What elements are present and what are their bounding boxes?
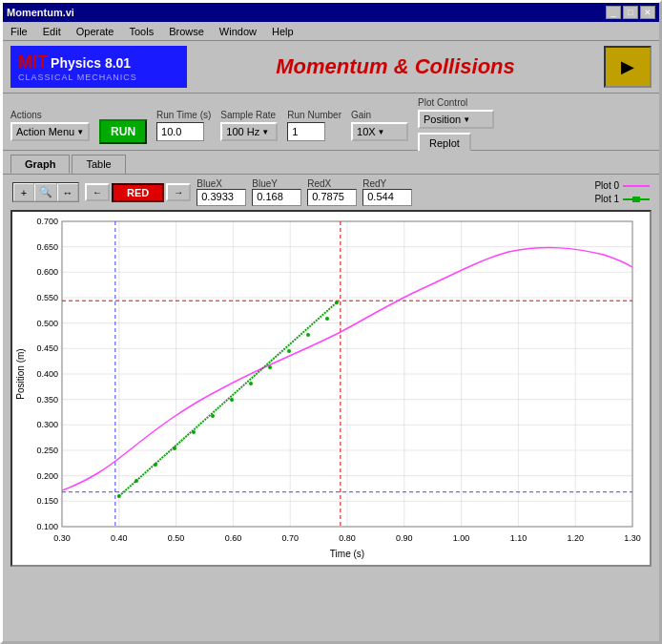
tab-bar: Graph Table [3, 151, 659, 175]
svg-text:0.450: 0.450 [36, 343, 58, 353]
cursor-red-label: RED [112, 183, 164, 202]
menu-tools[interactable]: Tools [125, 25, 157, 38]
menu-browse[interactable]: Browse [165, 25, 208, 38]
chevron-down-icon: ▼ [463, 115, 470, 124]
red-y-label: RedY [362, 178, 386, 189]
coord-group: BlueX 0.3933 BlueY 0.168 RedX 0.7875 Red… [197, 178, 412, 206]
crosshair-tool[interactable]: + [13, 183, 34, 201]
controls-bar: Actions Action Menu ▼ RUN Run Time (s) S… [3, 93, 659, 151]
sample-rate-dropdown[interactable]: 100 Hz ▼ [220, 122, 278, 141]
main-chart[interactable]: 0.30 0.40 0.50 0.60 0.70 0.80 0.90 1.00 … [12, 212, 642, 565]
svg-point-39 [192, 430, 196, 434]
gain-group: Gain 10X ▼ [351, 110, 408, 141]
svg-point-42 [249, 382, 253, 385]
svg-text:0.500: 0.500 [36, 319, 58, 328]
svg-point-36 [134, 479, 138, 483]
app-title: Momentum & Collisions [187, 54, 604, 79]
svg-point-35 [117, 494, 121, 498]
svg-point-41 [230, 398, 234, 402]
menu-file[interactable]: File [7, 25, 31, 38]
run-button[interactable]: RUN [99, 119, 147, 144]
chevron-down-icon: ▼ [261, 128, 269, 136]
svg-text:1.20: 1.20 [567, 533, 584, 543]
svg-text:0.30: 0.30 [53, 533, 71, 543]
svg-point-46 [325, 317, 329, 321]
minimize-button[interactable]: _ [606, 6, 621, 19]
svg-point-47 [335, 301, 339, 304]
blue-y-value: 0.168 [252, 189, 301, 206]
sample-rate-label: Sample Rate [220, 110, 276, 120]
svg-text:0.700: 0.700 [36, 217, 58, 226]
svg-text:0.100: 0.100 [36, 522, 58, 531]
maximize-button[interactable]: □ [623, 6, 638, 19]
legend-plot1-icon [623, 194, 650, 205]
logo-physics: Physics 8.01 [51, 55, 131, 71]
menu-window[interactable]: Window [216, 25, 260, 38]
blue-y-label: BlueY [252, 178, 278, 189]
plot-legend: Plot 0 Plot 1 [594, 180, 650, 205]
zoom-tool[interactable]: 🔍 [34, 183, 57, 201]
chevron-down-icon: ▼ [76, 128, 84, 136]
svg-text:0.50: 0.50 [168, 533, 185, 543]
legend-plot0: Plot 0 [594, 180, 650, 192]
run-number-group: Run Number [287, 110, 341, 141]
play-icon: ▶ [621, 56, 634, 77]
chevron-down-icon: ▼ [378, 128, 385, 136]
legend-plot0-label: Plot 0 [594, 180, 619, 191]
svg-point-44 [287, 349, 291, 353]
tab-graph[interactable]: Graph [10, 155, 70, 174]
blue-x-value: 0.3933 [197, 189, 246, 206]
graph-container: + 🔍 ↔ ← RED → BlueX 0.3933 BlueY 0.168 [3, 175, 659, 641]
close-button[interactable]: ✕ [640, 6, 655, 19]
red-y-value: 0.544 [362, 189, 412, 206]
blue-y-coord: BlueY 0.168 [252, 178, 301, 206]
svg-point-37 [154, 463, 157, 467]
logo-mit: MIT [18, 52, 48, 72]
sample-rate-value: 100 Hz [226, 126, 259, 137]
plot-control-label: Plot Control [418, 97, 467, 108]
plot-control-dropdown[interactable]: Position ▼ [418, 110, 494, 129]
run-time-group: Run Time (s) [156, 110, 211, 141]
menu-bar: File Edit Operate Tools Browse Window He… [3, 22, 659, 41]
gain-label: Gain [351, 110, 371, 120]
title-bar: Momentum.vi _ □ ✕ [3, 3, 659, 22]
svg-text:1.30: 1.30 [624, 533, 641, 543]
action-menu-value: Action Menu [16, 126, 74, 137]
y-axis-label: Position (m) [15, 348, 26, 399]
tab-table[interactable]: Table [72, 155, 125, 174]
pan-tool[interactable]: ↔ [57, 183, 78, 201]
action-menu-dropdown[interactable]: Action Menu ▼ [10, 122, 90, 141]
logo-box: MIT Physics 8.01 CLASSICAL MECHANICS [10, 46, 187, 88]
cursor-nav: ← RED → [85, 183, 191, 202]
blue-x-coord: BlueX 0.3933 [197, 178, 246, 206]
window-title: Momentum.vi [7, 7, 74, 18]
svg-text:0.300: 0.300 [36, 420, 58, 429]
menu-help[interactable]: Help [268, 25, 298, 38]
red-x-value: 0.7875 [307, 189, 357, 206]
legend-plot0-icon [623, 180, 650, 192]
svg-text:1.10: 1.10 [510, 533, 528, 543]
blue-x-label: BlueX [197, 178, 222, 189]
svg-text:0.550: 0.550 [36, 293, 58, 302]
cursor-tools[interactable]: + 🔍 ↔ [12, 182, 79, 202]
plot-control-value: Position [424, 114, 461, 125]
app-icon: ▶ [604, 46, 652, 88]
gain-dropdown[interactable]: 10X ▼ [351, 122, 408, 141]
cursor-bar: + 🔍 ↔ ← RED → BlueX 0.3933 BlueY 0.168 [10, 178, 652, 206]
svg-text:0.600: 0.600 [36, 267, 58, 277]
window-controls[interactable]: _ □ ✕ [606, 6, 655, 19]
sample-rate-group: Sample Rate 100 Hz ▼ [220, 110, 278, 141]
svg-text:0.250: 0.250 [36, 446, 58, 455]
run-time-input[interactable] [156, 122, 204, 141]
cursor-right-button[interactable]: → [166, 183, 191, 201]
svg-point-38 [173, 447, 176, 450]
red-x-label: RedX [307, 178, 331, 189]
svg-text:1.00: 1.00 [453, 533, 470, 543]
gain-value: 10X [357, 126, 376, 137]
menu-edit[interactable]: Edit [39, 25, 65, 38]
red-y-coord: RedY 0.544 [362, 178, 412, 206]
menu-operate[interactable]: Operate [72, 25, 118, 38]
cursor-left-button[interactable]: ← [85, 183, 110, 201]
run-number-input[interactable] [287, 122, 325, 141]
actions-group: Actions Action Menu ▼ [10, 110, 90, 141]
